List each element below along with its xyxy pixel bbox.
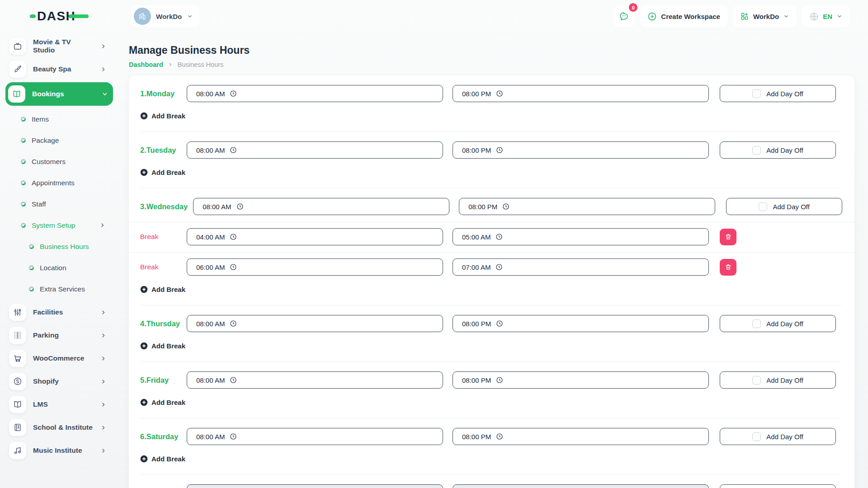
bullet-icon [29,244,34,249]
sidebar-item-customers[interactable]: Customers [5,151,113,172]
break-start-time-input[interactable]: 06:00 AM [187,258,443,276]
end-time-input[interactable]: 08:00 PM [453,141,709,159]
sidebar-item-label: Items [32,115,49,123]
day-row: 1.Monday08:00 AM08:00 PMAdd Day Off [140,85,841,102]
sidebar-item-label: Movie & TV Studio [33,38,93,54]
plus-circle-icon [140,286,148,293]
bullet-icon [29,265,34,270]
sidebar-item-location[interactable]: Location [5,257,113,278]
start-time-input[interactable]: 08:00 AM [187,141,443,159]
add-day-off-toggle[interactable]: Add Day Off [720,85,836,102]
sidebar-item-facilities[interactable]: Facilities [6,302,111,323]
sidebar-item-shopify[interactable]: Shopify [6,371,111,392]
bullet-icon [21,180,26,185]
end-time-input[interactable]: 08:00 PM [453,428,709,445]
topbar-actions: 0 Create Workspace WorkDo [613,5,850,27]
sidebar-item-items[interactable]: Items [5,108,113,130]
breadcrumb-dashboard-link[interactable]: Dashboard [129,61,163,68]
brush-icon [9,61,26,78]
sidebar-item-beauty-spa[interactable]: Beauty Spa [6,59,111,80]
day-label: 5.Friday [140,376,187,385]
sidebar: Movie & TV StudioBeauty SpaBookingsItems… [5,33,113,463]
sidebar-item-movie-tv-studio[interactable]: Movie & TV Studio [6,36,111,56]
sidebar-item-music-institute[interactable]: Music Institute [6,440,111,461]
clock-icon [496,146,503,154]
breadcrumb-current: Business Hours [178,61,224,68]
sidebar-item-bookings[interactable]: Bookings [5,82,113,106]
create-workspace-button[interactable]: Create Workspace [640,5,727,27]
sidebar-item-business-hours[interactable]: Business Hours [5,236,113,257]
add-break-button[interactable]: Add Break [140,112,185,120]
app-logo[interactable]: DASH [30,7,89,25]
sidebar-item-label: Customers [32,158,66,166]
main-content: Manage Business Hours Dashboard Business… [129,33,854,488]
chevron-right-icon [100,424,107,431]
day-off-checkbox[interactable] [752,146,761,155]
sidebar-item-extra-services[interactable]: Extra Services [5,278,113,300]
break-end-time-input[interactable]: 05:00 AM [453,228,709,245]
end-time-input[interactable] [453,484,709,488]
sidebar-item-staff[interactable]: Staff [5,193,113,215]
sidebar-item-label: School & Institute [33,423,93,432]
start-time-input[interactable]: 08:00 AM [187,371,443,389]
end-time-input[interactable]: 08:00 PM [459,198,715,215]
end-time-input[interactable]: 08:00 PM [453,371,709,389]
add-break-button[interactable]: Add Break [140,455,185,463]
break-end-time-input[interactable]: 07:00 AM [453,258,709,276]
sidebar-item-parking[interactable]: Parking [6,325,111,346]
sidebar-item-system-setup[interactable]: System Setup [5,215,113,236]
sidebar-item-school-institute[interactable]: School & Institute [6,417,111,438]
clock-icon [502,203,509,210]
sidebar-item-package[interactable]: Package [5,130,113,151]
notification-badge: 0 [629,3,637,12]
add-day-off-toggle[interactable]: Add Day Off [720,428,836,445]
delete-break-button[interactable] [720,259,736,276]
sidebar-item-label: System Setup [32,221,75,230]
day-off-checkbox[interactable] [759,202,767,211]
chevron-right-icon [100,401,107,408]
sidebar-item-appointments[interactable]: Appointments [5,172,113,193]
end-time-input[interactable]: 08:00 PM [453,85,709,102]
language-selector[interactable]: EN [802,5,850,27]
add-day-off-toggle[interactable]: Add Day Off [720,315,836,332]
day-label: 1.Monday [140,89,187,98]
add-break-button[interactable]: Add Break [140,169,185,176]
start-time-input[interactable] [187,484,443,488]
add-day-off-toggle[interactable]: Add Day Off [720,141,836,159]
day-off-checkbox[interactable] [752,432,761,441]
start-time-input[interactable]: 08:00 AM [193,198,449,215]
workspace-menu-button[interactable]: WorkDo [733,5,797,27]
day-section: 3.Wednesday08:00 AM08:00 PMAdd Day OffBr… [140,188,841,305]
add-day-off-toggle[interactable]: Add Day Off [720,371,836,389]
sidebar-item-lms[interactable]: LMS [6,394,111,415]
end-time-input[interactable]: 08:00 PM [453,315,709,332]
messages-button[interactable]: 0 [613,5,635,27]
sidebar-item-woocommerce[interactable]: WooCommerce [6,348,111,369]
day-off-checkbox[interactable] [752,319,761,328]
sidebar-item-label: Shopify [33,377,59,385]
add-break-button[interactable]: Add Break [140,342,185,350]
sidebar-item-label: LMS [33,400,48,408]
add-break-button[interactable]: Add Break [140,399,185,406]
break-start-time-input[interactable]: 04:00 AM [187,228,443,245]
delete-break-button[interactable] [720,229,736,245]
day-section: 2.Tuesday08:00 AM08:00 PMAdd Day OffAdd … [140,132,841,188]
day-off-checkbox[interactable] [752,89,761,98]
add-day-off-toggle[interactable]: Add Day Off [726,198,842,215]
clock-icon [495,263,503,271]
start-time-input[interactable]: 08:00 AM [187,428,443,445]
chevron-right-icon [100,309,107,316]
plus-circle-icon [140,399,148,406]
start-time-input[interactable]: 08:00 AM [187,315,443,332]
open-book-icon [8,85,25,103]
clock-icon [496,376,503,384]
chevron-right-icon [168,62,173,67]
add-break-button[interactable]: Add Break [140,286,185,293]
sidebar-item-label: Location [40,264,66,272]
add-day-off-toggle[interactable]: Add Day Off [720,484,836,488]
breadcrumb: Dashboard Business Hours [129,61,854,68]
day-off-checkbox[interactable] [752,376,761,385]
workspace-switcher[interactable]: WorkDo [131,5,199,27]
chevron-right-icon [100,66,107,73]
start-time-input[interactable]: 08:00 AM [187,85,443,102]
